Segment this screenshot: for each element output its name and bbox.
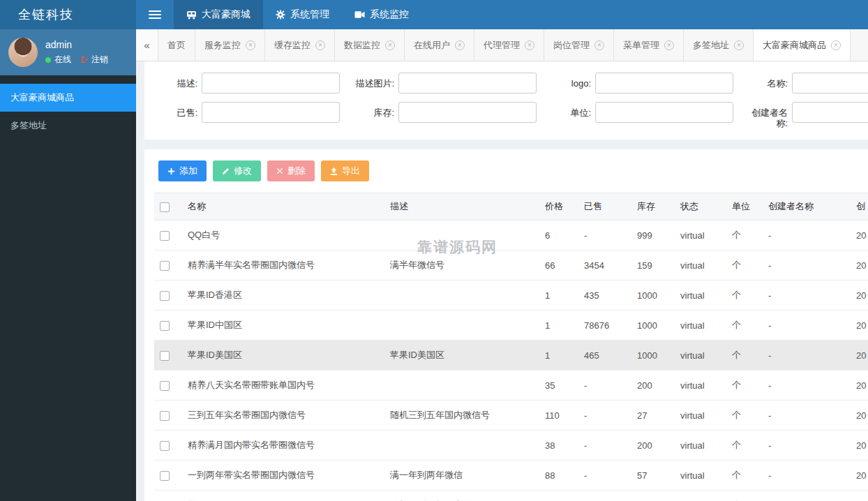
tab-多签地址[interactable]: 多签地址× (684, 29, 754, 61)
select-all-checkbox[interactable] (160, 202, 170, 212)
tab-scroll-left-button[interactable]: « (136, 29, 158, 61)
online-status: 在线 (45, 54, 71, 66)
search-input-unit[interactable] (595, 102, 733, 123)
sidebar-menu: 大富豪商城商品 多签地址 (0, 84, 136, 140)
tab-在线用户[interactable]: 在线用户× (405, 29, 474, 61)
search-input-creator-name[interactable] (792, 102, 868, 123)
table-cell: 100 (539, 491, 578, 501)
row-checkbox[interactable] (160, 351, 170, 361)
tab-close-icon[interactable]: × (734, 40, 744, 50)
row-checkbox[interactable] (160, 291, 170, 301)
delete-button[interactable]: 删除 (267, 160, 315, 181)
table-cell: 38 (539, 431, 578, 461)
table-cell: 999 (631, 220, 675, 250)
logout-icon (81, 56, 89, 63)
table-cell: 精养满半年实名带圈国内微信号 (182, 250, 384, 281)
table-cell: 满一年到两年微信 (384, 461, 539, 491)
table-row[interactable]: 苹果ID中国区1786761000virtual个-20 (154, 311, 868, 341)
table-cell (384, 371, 539, 401)
table-row[interactable]: 精养满半年实名带圈国内微信号满半年微信号663454159virtual个-20 (154, 250, 868, 281)
tab-strip: 首页服务监控×缓存监控×数据监控×在线用户×代理管理×岗位管理×菜单管理×多签地… (158, 29, 851, 61)
tab-close-icon[interactable]: × (831, 40, 841, 50)
tab-首页[interactable]: 首页 (158, 29, 195, 61)
sidebar-item-mall-goods[interactable]: 大富豪商城商品 (0, 84, 136, 112)
row-checkbox[interactable] (160, 381, 170, 391)
row-checkbox[interactable] (160, 231, 170, 241)
search-input-sold[interactable] (202, 102, 340, 123)
table-cell: 200 (631, 371, 675, 401)
monitor-icon (354, 10, 365, 19)
table-cell: - (763, 311, 851, 341)
tab-close-icon[interactable]: × (594, 40, 604, 50)
sidebar-item-label: 多签地址 (10, 120, 47, 130)
goods-table: 名称描述价格已售库存状态单位创建者名称创 QQ白号6-999virtual个-2… (154, 193, 868, 501)
row-checkbox[interactable] (160, 261, 170, 271)
nav-item-mall[interactable]: 大富豪商城 (174, 0, 263, 29)
table-row[interactable]: 精养满月国内带实名带圈微信号38-200virtual个-20 (154, 431, 868, 461)
tab-label: 多签地址 (693, 39, 729, 52)
table-cell: - (763, 431, 851, 461)
table-cell: 个 (726, 431, 763, 461)
table-cell: 个 (726, 220, 763, 250)
tab-close-icon[interactable]: × (525, 40, 534, 50)
edit-button[interactable]: 修改 (213, 160, 261, 181)
tab-label: 数据监控 (344, 39, 380, 52)
search-input-desc[interactable] (202, 73, 340, 94)
table-cell: - (578, 371, 631, 401)
tab-菜单管理[interactable]: 菜单管理× (614, 29, 684, 61)
table-row[interactable]: 三到五年实名带圈国内微信号随机三到五年国内微信号110-27virtual个-2… (154, 401, 868, 431)
table-cell: virtual (675, 311, 726, 341)
tab-代理管理[interactable]: 代理管理× (474, 29, 544, 61)
add-button[interactable]: 添加 (158, 160, 207, 181)
table-cell: virtual (675, 401, 726, 431)
tab-大富豪商城商品[interactable]: 大富豪商城商品× (754, 29, 851, 61)
table-row[interactable]: 一到两年带实名带圈国内微信号满一年到两年微信88-57virtual个-20 (154, 461, 868, 491)
add-button-label: 添加 (179, 165, 197, 177)
table-cell: 精养八天实名带圈带账单国内号 (182, 371, 384, 401)
table-cell: 465 (578, 341, 631, 371)
tab-close-icon[interactable]: × (246, 40, 255, 50)
export-button[interactable]: 导出 (321, 160, 369, 181)
tab-close-icon[interactable]: × (664, 40, 674, 50)
table-cell: 苹果ID美国区 (384, 341, 539, 371)
search-field-stock: 库存: (350, 102, 546, 128)
nav-item-label: 系统管理 (290, 8, 329, 21)
search-input-desc-image[interactable] (398, 73, 537, 94)
table-cell: 个 (726, 401, 763, 431)
table-cell: 1 (539, 341, 578, 371)
tab-label: 服务监控 (204, 39, 241, 52)
row-checkbox[interactable] (160, 411, 170, 421)
sidebar-item-multisig-address[interactable]: 多签地址 (0, 112, 136, 140)
logout-button[interactable]: 注销 (81, 54, 108, 66)
table-row[interactable]: 苹果ID美国区苹果ID美国区14651000virtual个-20 (154, 341, 868, 371)
tab-close-icon[interactable]: × (455, 40, 465, 50)
search-input-stock[interactable] (398, 102, 537, 123)
row-checkbox[interactable] (160, 441, 170, 451)
table-row[interactable]: 精养八天实名带圈带账单国内号35-200virtual个-20 (154, 371, 868, 401)
table-row[interactable]: QQ白号6-999virtual个-20 (154, 220, 868, 250)
nav-item-system-manage[interactable]: 系统管理 (263, 0, 342, 29)
tab-close-icon[interactable]: × (385, 40, 395, 50)
user-panel: admin 在线 注销 (0, 29, 136, 75)
row-checkbox[interactable] (160, 471, 170, 481)
row-checkbox[interactable] (160, 321, 170, 331)
nav-item-system-monitor[interactable]: 系统监控 (342, 0, 421, 29)
table-cell: 159 (631, 250, 675, 281)
table-cell: - (763, 461, 851, 491)
tab-服务监控[interactable]: 服务监控× (195, 29, 265, 61)
tab-岗位管理[interactable]: 岗位管理× (544, 29, 614, 61)
table-cell: 20 (851, 461, 868, 491)
table-row[interactable]: 苹果ID香港区14351000virtual个-20 (154, 281, 868, 311)
sidebar-toggle-button[interactable] (136, 0, 174, 29)
tab-缓存监控[interactable]: 缓存监控× (265, 29, 335, 61)
tab-数据监控[interactable]: 数据监控× (335, 29, 405, 61)
select-all-cell (154, 193, 182, 220)
column-header: 创建者名称 (763, 193, 851, 220)
table-cell: 20 (851, 341, 868, 371)
table-row[interactable]: 散信号随机两到三年国内微信100-46virtual个-20 (154, 491, 868, 501)
tab-close-icon[interactable]: × (315, 40, 325, 50)
column-header: 单位 (726, 193, 763, 220)
table-cell: - (763, 281, 851, 311)
search-input-name[interactable] (792, 73, 868, 94)
search-input-logo[interactable] (595, 73, 733, 94)
